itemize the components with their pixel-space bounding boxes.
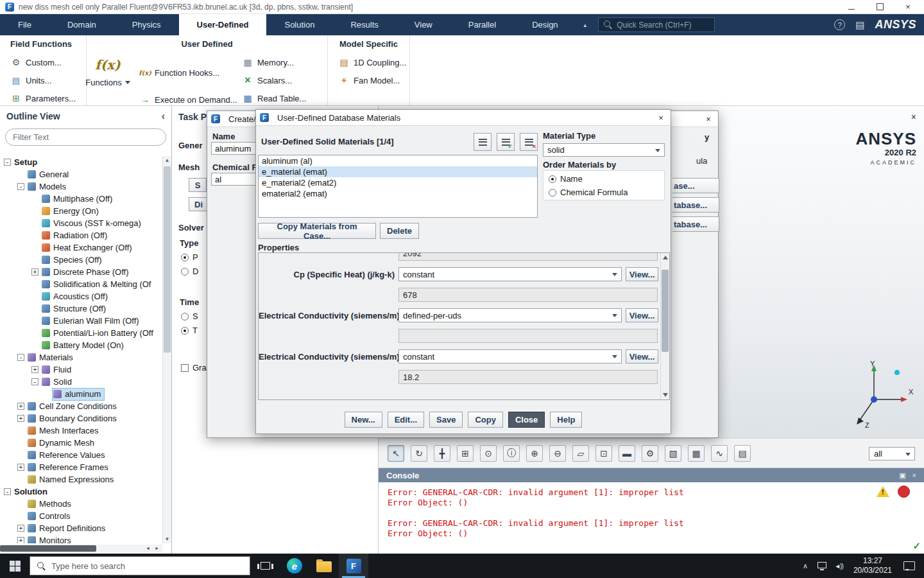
gravity-checkbox[interactable]: Gra [181, 363, 207, 372]
scrollbar-thumb[interactable] [662, 270, 669, 352]
expander-icon[interactable]: + [17, 525, 24, 532]
radio-icon[interactable] [549, 189, 556, 197]
probe-icon[interactable]: ⊙ [480, 445, 497, 462]
radio-icon[interactable] [181, 327, 189, 335]
copy-screen-icon[interactable]: ⊡ [595, 445, 612, 462]
network-icon[interactable] [814, 554, 830, 578]
tab-domain[interactable]: Domain [49, 14, 114, 35]
materials-list[interactable]: aluminum (al) e_material (emat) e_materi… [258, 155, 538, 218]
expander-icon[interactable]: - [17, 354, 24, 361]
annotate-icon[interactable]: ▱ [572, 445, 589, 462]
view-button[interactable]: View... [626, 267, 658, 281]
dialog-button[interactable]: Copy [468, 412, 503, 428]
chemical-formula-field[interactable] [211, 173, 257, 186]
info-icon[interactable]: ⓘ [503, 445, 520, 462]
radio-icon[interactable] [181, 268, 189, 276]
tree-item[interactable]: Reference Values [0, 449, 162, 461]
property-value-field[interactable]: 678 [398, 288, 658, 302]
expander-icon[interactable]: - [31, 378, 38, 385]
plot-icon[interactable]: ∿ [711, 445, 728, 462]
tree-item[interactable]: Heat Exchanger (Off) [0, 241, 162, 254]
tree-item[interactable]: aluminum [0, 388, 162, 400]
tree-item[interactable]: - Materials [0, 351, 162, 363]
pointer-icon[interactable]: ↖ [388, 445, 404, 462]
task-view-button[interactable] [250, 554, 280, 578]
perspective-icon[interactable]: ▧ [665, 445, 681, 462]
clipped-value-field[interactable]: 2092 [398, 252, 658, 261]
headlight-icon[interactable]: ▬ [619, 445, 635, 462]
scrollbar-thumb[interactable] [0, 545, 96, 552]
fan-model-button[interactable]: Fan Model... [328, 71, 409, 89]
tree-item[interactable]: Species (Off) [0, 254, 162, 266]
tree-item[interactable]: Controls [0, 510, 162, 522]
scalars-button[interactable]: Scalars... [232, 71, 321, 89]
tree-item[interactable]: Solidification & Melting (Of [0, 278, 162, 290]
notification-center-icon[interactable] [903, 561, 915, 570]
dialog-titlebar[interactable]: F User-Defined Database Materials × [256, 110, 671, 126]
scroll-left-icon[interactable]: ◂ [144, 545, 152, 552]
zoom-out-icon[interactable]: ⊖ [549, 445, 566, 462]
property-method-select[interactable]: constant [398, 349, 622, 363]
radio-icon[interactable] [549, 175, 556, 183]
scroll-down-icon[interactable]: ▼ [163, 535, 171, 543]
scroll-up-icon[interactable]: ▲ [163, 156, 171, 164]
filter-box[interactable] [5, 128, 166, 146]
checkbox-icon[interactable] [181, 364, 189, 372]
pan-icon[interactable]: ╋ [434, 445, 450, 462]
tab-parallel[interactable]: Parallel [450, 14, 514, 35]
tree-item[interactable]: Viscous (SST k-omega) [0, 217, 162, 229]
filter-input[interactable] [13, 132, 158, 142]
scale-button[interactable]: S [189, 178, 207, 192]
radio-icon[interactable] [181, 313, 189, 320]
tree-item[interactable]: Potential/Li-ion Battery (Off [0, 327, 162, 339]
solver-type-pressure-radio[interactable]: P [181, 252, 198, 262]
tab-results[interactable]: Results [332, 14, 396, 35]
functions-button[interactable]: f(x) Functions [87, 53, 129, 109]
taskbar-clock[interactable]: 13:27 20/03/2021 [847, 556, 898, 575]
snapshot-icon[interactable]: ▦ [688, 445, 705, 462]
tree-item[interactable]: + Discrete Phase (Off) [0, 266, 162, 278]
maximize-button[interactable] [875, 3, 884, 12]
tree-item[interactable]: Radiation (Off) [0, 229, 162, 241]
database-button-fragment[interactable]: tabase... [672, 216, 719, 232]
close-icon[interactable]: × [703, 113, 714, 125]
collapse-panel-icon[interactable]: ‹ [162, 110, 165, 122]
expander-icon[interactable]: + [31, 366, 38, 373]
scroll-up-icon[interactable] [663, 256, 668, 259]
tree-item[interactable]: Energy (On) [0, 205, 162, 217]
function-hooks-button[interactable]: Function Hooks... [129, 64, 232, 82]
time-steady-radio[interactable]: S [181, 311, 198, 321]
close-icon[interactable]: × [655, 112, 667, 123]
minimize-button[interactable] [847, 3, 856, 12]
sort-list-button[interactable] [474, 133, 492, 151]
tray-chevron-icon[interactable] [797, 554, 814, 578]
console-close-icon[interactable]: × [912, 471, 916, 480]
material-list-item[interactable]: ematerial2 (emat) [259, 188, 537, 199]
expander-icon[interactable]: + [17, 537, 24, 543]
custom-button[interactable]: Custom... [0, 53, 86, 71]
tab-design[interactable]: Design [514, 14, 576, 35]
tree-item[interactable]: - Setup [0, 156, 162, 168]
display-filter-select[interactable]: all [869, 447, 915, 460]
docs-icon[interactable]: ▤ [855, 19, 864, 31]
dialog-button[interactable]: New... [345, 412, 382, 428]
units-button[interactable]: Units... [0, 71, 86, 89]
database-button-fragment[interactable]: tabase... [672, 197, 719, 213]
dialog-button[interactable]: Save [429, 412, 463, 428]
tree-item[interactable]: + Reference Frames [0, 461, 162, 473]
close-button[interactable]: × [903, 3, 912, 12]
console-output[interactable]: Error: GENERAL-CAR-CDR: invalid argument… [379, 482, 924, 539]
tree-item[interactable]: General [0, 168, 162, 180]
fluent-taskbar-button[interactable]: F [339, 554, 368, 578]
edge-browser-button[interactable]: e [280, 554, 309, 578]
time-transient-radio[interactable]: T [181, 326, 198, 335]
sort-descending-button[interactable]: × [520, 133, 538, 151]
material-type-select[interactable]: solid [543, 143, 665, 157]
tree-item[interactable]: Named Expressions [0, 473, 162, 486]
zoom-box-icon[interactable]: ⊞ [457, 445, 474, 462]
expander-icon[interactable]: - [4, 159, 11, 166]
quick-search-input[interactable] [617, 21, 709, 30]
view-button[interactable]: View... [626, 308, 658, 322]
tree-item[interactable]: Mesh Interfaces [0, 425, 162, 437]
tab-file[interactable]: File [0, 14, 49, 35]
